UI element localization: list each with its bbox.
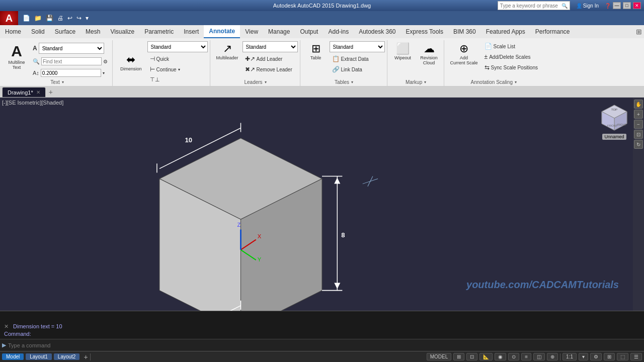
zoom-out-button[interactable]: − [634,120,643,129]
menu-insert[interactable]: Insert [179,25,204,38]
tab-drawing1[interactable]: Drawing1* ✕ [2,87,46,97]
menu-expresstools[interactable]: Express Tools [401,25,448,38]
snap-button[interactable]: ⊡ [466,353,477,360]
revision-cloud-button[interactable]: ☁ RevisionCloud [417,41,442,67]
extract-data-button[interactable]: 📋 Extract Data [330,54,385,64]
qa-redo-button[interactable]: ↪ [75,14,83,22]
find-options-icon[interactable]: ⚙ [103,59,108,64]
height-dropdown-icon[interactable]: ▾ [103,71,105,75]
menu-view[interactable]: View [240,25,263,38]
fullscreen-button[interactable]: ⬚ [617,353,628,360]
multiline-text-button[interactable]: A MultilineText [4,41,29,72]
wipeout-button[interactable]: ⬜ Wipeout [390,41,416,62]
ortho-button[interactable]: 📐 [479,353,493,360]
keyword-search-input[interactable] [500,3,560,9]
menu-surface[interactable]: Surface [50,25,80,38]
annotation-scale-button[interactable]: 1:1 [562,353,577,360]
osnap-button[interactable]: ⊙ [508,353,519,360]
new-tab-button[interactable]: + [46,87,56,97]
menu-annotate[interactable]: Annotate [204,25,240,38]
remove-leader-button[interactable]: ✖↗ Remove Leader [243,64,298,74]
text-style-select[interactable]: Standard [39,43,104,54]
zoom-in-button[interactable]: + [634,110,643,119]
annotation-scaling-group-label[interactable]: Annotation Scaling ▾ [447,78,540,86]
dimension-button[interactable]: ⬌ Dimension [116,41,146,84]
close-button[interactable]: ✕ [633,2,641,9]
scale-list-button[interactable]: 📄 Scale List [482,41,540,51]
qa-undo-button[interactable]: ↩ [66,14,74,22]
ribbon-toggle-icon[interactable]: ⊞ [636,28,642,36]
add-delete-scales-button[interactable]: ± Add/Delete Scales [482,52,540,62]
new-layout-button[interactable]: + [84,353,88,361]
continue-dimension-button[interactable]: ⊢ Continue ▾ [147,64,208,74]
table-button[interactable]: ⊞ Table [303,41,329,62]
search-bar[interactable]: 🔍 [498,1,570,10]
qa-open-button[interactable]: 📁 [33,14,43,22]
menu-output[interactable]: Output [295,25,323,38]
sync-scale-positions-button[interactable]: ⇆ Sync Scale Positions [482,62,540,72]
pan-tool-button[interactable]: ✋ [634,100,643,109]
status-tab-model[interactable]: Model [2,353,24,360]
dim-row3[interactable]: ⊤⊥ [147,75,208,84]
menu-mesh[interactable]: Mesh [80,25,105,38]
maximize-button[interactable]: □ [623,2,631,9]
qa-new-button[interactable]: 📄 [21,14,32,22]
leaders-group-expand-icon[interactable]: ▾ [265,80,267,84]
view-cube-name[interactable]: Unnamed [602,134,626,140]
customization-button[interactable]: ☰ [630,353,642,360]
multileader-button[interactable]: ↗ Multileader [213,41,242,62]
add-current-scale-button[interactable]: ⊕ AddCurrent Scale [447,41,481,67]
text-style-dropdown[interactable]: A Standard [30,41,110,55]
tables-group-label[interactable]: Tables ▾ [303,78,385,86]
quick-dimension-button[interactable]: ⊣ Quick [147,54,208,64]
units-button[interactable]: ⊞ [604,353,615,360]
continue-dim-dropdown[interactable]: ▾ [178,67,180,72]
qa-dropdown-button[interactable]: ▾ [84,14,90,22]
sign-in-button[interactable]: 👤 Sign In [576,3,599,9]
workspace-settings-button[interactable]: ⚙ [590,353,602,360]
grid-button[interactable]: ⊞ [453,353,464,360]
add-leader-button[interactable]: ✚↗ Add Leader [243,54,298,64]
tables-group-expand-icon[interactable]: ▾ [351,80,353,84]
lineweight-button[interactable]: ≡ [521,353,531,360]
command-input[interactable] [8,342,642,348]
menu-manage[interactable]: Manage [263,25,295,38]
text-group-label[interactable]: Text ▾ [4,78,110,86]
dimension-style-select[interactable]: Standard [147,41,208,52]
menu-performance[interactable]: Performance [530,25,575,38]
link-data-button[interactable]: 🔗 Link Data [330,64,385,74]
text-height-input[interactable] [41,69,101,77]
view-cube[interactable]: FRONT RIGHT TOP Unnamed [597,103,632,143]
leaders-group-label[interactable]: Leaders ▾ [213,78,298,86]
markup-group-expand-icon[interactable]: ▾ [424,80,426,84]
find-text-field[interactable]: 🔍 ⚙ [30,56,110,67]
orbit-button[interactable]: ↻ [634,140,643,149]
qa-save-button[interactable]: 💾 [44,14,55,22]
menu-home[interactable]: Home [0,25,26,38]
polar-button[interactable]: ◉ [495,353,506,360]
menu-parametric[interactable]: Parametric [139,25,179,38]
qa-print-button[interactable]: 🖨 [56,14,65,22]
tab-drawing1-close[interactable]: ✕ [36,89,40,95]
menu-autodesk360[interactable]: Autodesk 360 [354,25,400,38]
transparency-button[interactable]: ◫ [533,353,545,360]
leader-style-select[interactable]: Standard [243,41,298,52]
menu-featuredapps[interactable]: Featured Apps [481,25,530,38]
menu-visualize[interactable]: Visualize [105,25,139,38]
text-height-field[interactable]: A↕ ▾ [30,67,110,78]
viewport[interactable]: [-][SE Isometric][Shaded] 8 10 [0,98,644,311]
markup-group-label[interactable]: Markup ▾ [390,78,442,86]
model-space-button[interactable]: MODEL [427,353,452,360]
find-text-input[interactable] [41,57,102,65]
annotation-scaling-expand-icon[interactable]: ▾ [515,80,517,84]
text-group-expand-icon[interactable]: ▾ [62,80,64,84]
status-tab-layout2[interactable]: Layout2 [54,353,80,360]
view-cube-graphic[interactable]: FRONT RIGHT TOP [599,103,629,133]
annotation-scale-dropdown[interactable]: ▾ [579,353,588,360]
table-style-select[interactable]: Standard [330,41,385,52]
zoom-extents-button[interactable]: ⊡ [634,130,643,139]
selection-cycling-button[interactable]: ⊕ [547,353,558,360]
app-menu-button[interactable]: A [0,11,18,25]
menu-solid[interactable]: Solid [26,25,50,38]
close-icon[interactable]: ✕ [4,323,9,329]
